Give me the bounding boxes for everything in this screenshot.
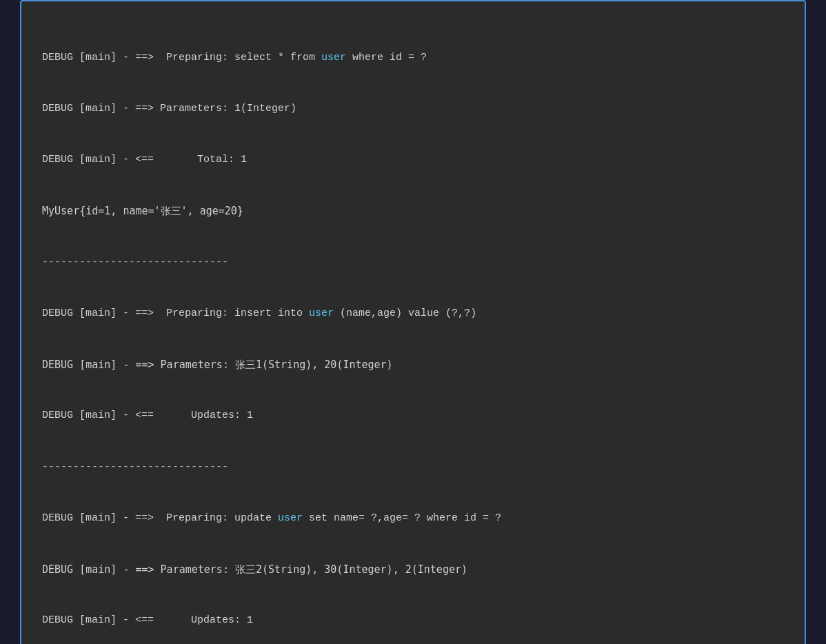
line-6: DEBUG [main] - ==> Preparing: insert int… [42,305,784,323]
keyword-user-1: user [321,52,346,63]
keyword-user-2: user [309,308,334,319]
line-2: DEBUG [main] - ==> Parameters: 1(Integer… [42,101,784,118]
keyword-user-3: user [278,512,303,524]
line-8: DEBUG [main] - <== Updates: 1 [42,407,784,425]
terminal-content: DEBUG [main] - ==> Preparing: select * f… [42,15,784,644]
line-3: DEBUG [main] - <== Total: 1 [42,152,784,169]
terminal-window: DEBUG [main] - ==> Preparing: select * f… [20,0,806,644]
separator-1: ------------------------------ [42,254,784,272]
line-1: DEBUG [main] - ==> Preparing: select * f… [42,50,784,67]
line-7: DEBUG [main] - ==> Parameters: 张三1(Strin… [42,356,784,374]
line-12: DEBUG [main] - <== Updates: 1 [42,612,784,630]
line-4: MyUser{id=1, name='张三', age=20} [42,203,784,220]
line-10: DEBUG [main] - ==> Preparing: update use… [42,510,784,527]
separator-2: ------------------------------ [42,459,784,476]
line-11: DEBUG [main] - ==> Parameters: 张三2(Strin… [42,561,784,578]
